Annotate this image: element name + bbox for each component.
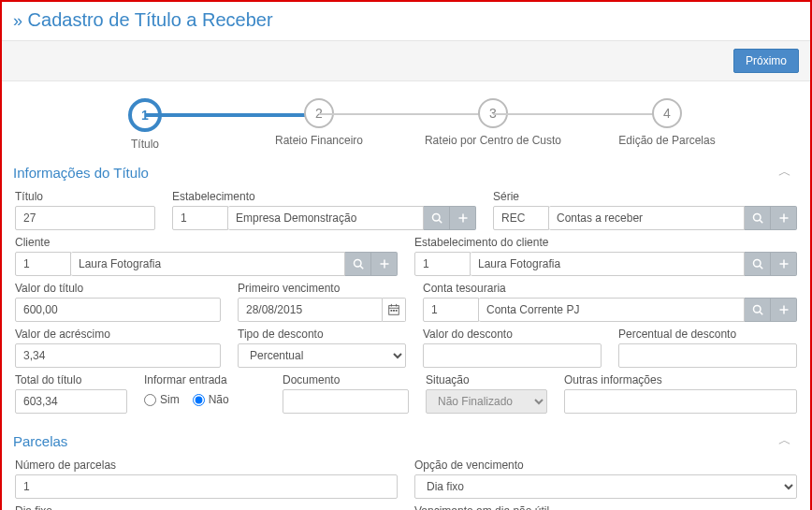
search-icon[interactable] [345,252,371,276]
section-header-parcelas: Parcelas ︿ [2,429,810,455]
svg-line-5 [760,220,762,223]
svg-point-4 [753,214,761,222]
step-titulo[interactable]: 1 Título [58,98,232,151]
label-conta-tes: Conta tesouraria [423,282,797,295]
label-tipo-desconto: Tipo de desconto [238,328,406,341]
step-label: Rateio Financeiro [275,134,363,147]
svg-line-1 [439,220,442,223]
cliente-id [15,252,71,276]
plus-icon[interactable] [450,206,476,230]
calendar-icon[interactable] [383,298,406,322]
label-outras-info: Outras informações [564,373,797,386]
label-situacao: Situação [426,373,547,386]
svg-rect-22 [396,310,398,312]
cliente-name [71,252,345,276]
search-icon[interactable] [745,206,771,230]
label-estabelecimento: Estabelecimento [172,190,476,203]
radio-sim[interactable]: Sim [144,393,180,406]
estab-cliente-name [471,252,745,276]
estabelecimento-name [228,206,424,230]
step-label: Edição de Parcelas [618,134,715,147]
step-number: 4 [652,98,682,128]
svg-line-24 [760,312,762,314]
page-title: » Cadastro de Título a Receber [2,2,810,40]
toolbar: Próximo [2,40,810,81]
label-primeiro-venc: Primeiro vencimento [238,282,406,295]
documento-field[interactable] [283,389,409,414]
chevron-right-icon: » [13,11,22,30]
opcao-venc-select[interactable]: Dia fixo [414,474,797,499]
label-venc-nao-util: Vencimento em dia não útil [414,504,797,510]
step-rateio-financeiro[interactable]: 2 Rateio Financeiro [232,98,406,147]
label-num-parcelas: Número de parcelas [15,459,398,472]
label-total-titulo: Total do título [15,373,127,386]
label-documento: Documento [283,373,409,386]
step-rateio-centro-custo[interactable]: 3 Rateio por Centro de Custo [406,98,580,147]
plus-icon[interactable] [771,252,797,276]
stepper: 1 Título 2 Rateio Financeiro 3 Rateio po… [2,81,810,160]
svg-line-13 [760,266,762,269]
section-header-info: Informações do Título ︿ [2,160,810,186]
step-edicao-parcelas[interactable]: 4 Edição de Parcelas [580,98,754,147]
label-valor-desconto: Valor do desconto [423,328,602,341]
svg-point-12 [753,260,761,268]
search-icon[interactable] [424,206,450,230]
situacao-select[interactable]: Não Finalizado [426,389,547,414]
label-opcao-venc: Opção de vencimento [414,459,797,472]
step-label: Título [131,138,159,151]
label-valor-titulo: Valor do título [15,282,221,295]
num-parcelas-field[interactable] [15,474,398,499]
valor-acrescimo-field[interactable] [15,343,221,368]
percentual-desconto-field[interactable] [618,343,797,368]
label-titulo: Título [15,190,155,203]
next-button[interactable]: Próximo [733,49,799,73]
plus-icon[interactable] [371,252,398,276]
total-titulo-field [15,389,127,414]
label-percentual-desconto: Percentual de desconto [618,328,797,341]
conta-tes-name [479,298,745,322]
svg-point-23 [753,306,761,313]
plus-icon[interactable] [771,298,797,322]
label-informar-entrada: Informar entrada [144,373,266,386]
search-icon[interactable] [745,252,771,276]
step-label: Rateio por Centro de Custo [425,134,561,147]
titulo-field [15,206,155,230]
chevron-up-icon[interactable]: ︿ [778,432,799,449]
radio-nao[interactable]: Não [193,393,229,406]
estabelecimento-id [172,206,228,230]
outras-info-field[interactable] [564,389,797,414]
svg-rect-20 [390,310,392,312]
svg-rect-21 [393,310,395,312]
valor-desconto-field [423,343,602,368]
svg-point-8 [354,260,361,268]
serie-id [493,206,549,230]
serie-name [549,206,745,230]
tipo-desconto-select[interactable]: Percentual [238,343,406,368]
label-valor-acrescimo: Valor de acréscimo [15,328,221,341]
conta-tes-id [423,298,479,322]
label-estab-cliente: Estabelecimento do cliente [414,236,797,249]
label-dia-fixo: Dia fixo [15,504,398,510]
chevron-up-icon[interactable]: ︿ [778,164,799,181]
primeiro-venc-field[interactable] [238,298,383,322]
valor-titulo-field[interactable] [15,298,221,322]
plus-icon[interactable] [771,206,797,230]
estab-cliente-id [414,252,471,276]
search-icon[interactable] [745,298,771,322]
svg-point-0 [432,214,440,222]
label-cliente: Cliente [15,236,398,249]
label-serie: Série [493,190,797,203]
svg-line-9 [360,266,363,269]
